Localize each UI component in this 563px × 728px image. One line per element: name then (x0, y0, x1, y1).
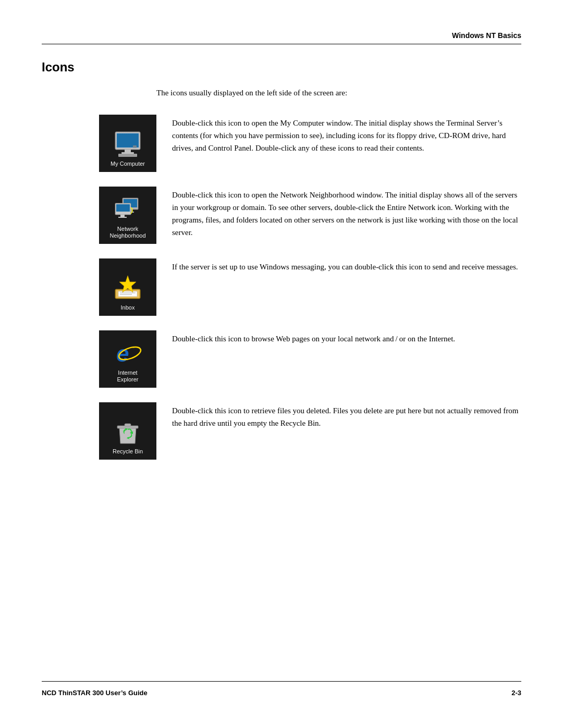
internet-explorer-icon-box[interactable]: e InternetExplorer (99, 330, 156, 388)
svg-rect-1 (117, 133, 139, 147)
my-computer-label: My Computer (111, 161, 145, 167)
network-neighborhood-label: NetworkNeighborhood (109, 226, 145, 239)
icon-row-network-neighborhood: NetworkNeighborhood Double-click this ic… (42, 187, 521, 244)
svg-rect-14 (116, 204, 130, 212)
internet-explorer-description: Double-click this icon to browse Web pag… (172, 330, 521, 345)
network-neighborhood-icon-box[interactable]: NetworkNeighborhood (99, 187, 156, 244)
svg-rect-26 (125, 424, 131, 426)
network-neighborhood-icon (112, 195, 143, 224)
section-title: Icons (42, 60, 521, 75)
recycle-bin-icon-box[interactable]: Recycle Bin (99, 402, 156, 460)
icon-row-inbox: Inbox If the server is set up to use Win… (42, 258, 521, 316)
my-computer-description: Double-click this icon to open the My Co… (172, 115, 521, 154)
icon-row-internet-explorer: e InternetExplorer Double-click this ico… (42, 330, 521, 388)
recycle-bin-label: Recycle Bin (113, 448, 143, 455)
internet-explorer-icon: e (112, 339, 143, 367)
svg-text:e: e (116, 341, 129, 366)
inbox-description: If the server is set up to use Windows m… (172, 258, 521, 273)
svg-rect-16 (118, 217, 127, 218)
page-header: Windows NT Basics (42, 0, 521, 44)
recycle-bin-description: Double-click this icon to retrieve files… (172, 402, 521, 429)
inbox-label: Inbox (121, 304, 135, 311)
icon-row-my-computer: My Computer Double-click this icon to op… (42, 115, 521, 172)
inbox-icon (112, 274, 143, 302)
footer-right: 2-3 (511, 689, 521, 697)
internet-explorer-label: InternetExplorer (117, 369, 139, 383)
my-computer-icon-box[interactable]: My Computer (99, 115, 156, 172)
page-footer: NCD ThinSTAR 300 User’s Guide 2-3 (42, 681, 521, 697)
svg-rect-2 (125, 150, 131, 152)
recycle-bin-icon (112, 417, 143, 446)
inbox-icon-box[interactable]: Inbox (99, 258, 156, 316)
my-computer-icon (112, 130, 143, 158)
svg-rect-5 (118, 154, 137, 157)
header-title: Windows NT Basics (452, 31, 521, 40)
svg-rect-15 (120, 215, 125, 217)
svg-rect-3 (121, 152, 134, 154)
icon-row-recycle-bin: Recycle Bin Double-click this icon to re… (42, 402, 521, 460)
footer-left: NCD ThinSTAR 300 User’s Guide (42, 689, 148, 697)
svg-rect-19 (118, 291, 137, 297)
intro-text: The icons usually displayed on the left … (156, 87, 521, 99)
network-neighborhood-description: Double-click this icon to open the Netwo… (172, 187, 521, 239)
